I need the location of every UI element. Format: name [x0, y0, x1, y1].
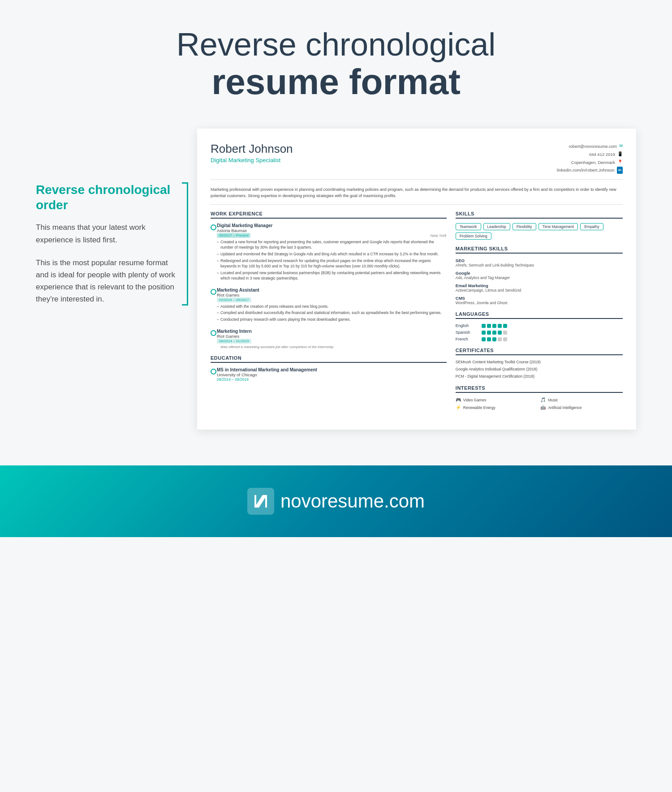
- date-badge-2: 02/2015 – 05/2017: [217, 297, 251, 302]
- interest-ai-label: Artificial Intelligence: [548, 405, 582, 410]
- bullet-2-3: Conducted primary research with users pl…: [217, 317, 447, 323]
- marketing-skills-section: MARKETING SKILLS SEO Ahrefs, Semrush and…: [456, 246, 623, 305]
- mskill-seo: SEO Ahrefs, Semrush and Link-building Te…: [456, 258, 623, 267]
- linkedin-icon: in: [617, 167, 623, 174]
- work-entry-1: Digital Marketing Manager Astoria Baumax…: [211, 223, 447, 281]
- certificates-section: CERTIFICATES SEMrush Content Marketing T…: [456, 348, 623, 379]
- bullet-1-1: Created a new format for reporting and p…: [217, 240, 447, 250]
- interests-grid: 🎮 Video Games 🎵 Music ⚡ Renewable Energy: [456, 397, 623, 410]
- dot: [482, 337, 486, 341]
- dot: [503, 324, 507, 328]
- languages-header: LANGUAGES: [456, 311, 623, 319]
- dot: [482, 331, 486, 335]
- mskill-cms-name: CMS: [456, 296, 623, 301]
- header-section: Reverse chronological resume format: [0, 0, 672, 120]
- interest-videogames-label: Video Games: [463, 398, 486, 402]
- date-row-1: 06/2017 – Present New York: [217, 233, 447, 238]
- bullet-2-1: Assisted with the creation of press rele…: [217, 304, 447, 310]
- mskill-google-name: Google: [456, 271, 623, 275]
- resume-body: WORK EXPERIENCE Digital Marketing Manage…: [211, 211, 623, 416]
- sidebar-heading: Reverse chronological order: [36, 182, 179, 212]
- dot: [487, 331, 491, 335]
- dot: [487, 324, 491, 328]
- renewable-icon: ⚡: [456, 405, 461, 410]
- contact-location-text: Copenhagen, Denmark: [571, 159, 615, 166]
- dot-empty: [503, 331, 507, 335]
- interest-ai: 🤖 Artificial Intelligence: [540, 405, 623, 410]
- resume-job-title: Digital Marketing Specialist: [211, 157, 293, 164]
- phone-icon: 📱: [617, 150, 623, 158]
- novoresume-logo-svg: [253, 493, 269, 509]
- date-badge-1: 06/2017 – Present: [217, 233, 250, 238]
- work-experience-section: WORK EXPERIENCE Digital Marketing Manage…: [211, 211, 447, 349]
- resume-header: Robert Johnson Digital Marketing Special…: [211, 142, 623, 180]
- resume-summary: Marketing professional with proven exper…: [211, 187, 623, 205]
- skill-empathy: Empathy: [580, 223, 603, 230]
- cert-1: SEMrush Content Marketing Toolkit Course…: [456, 360, 623, 365]
- certificates-header: CERTIFICATES: [456, 348, 623, 355]
- lang-english-name: English: [456, 323, 478, 328]
- skill-flexibility: Flexibility: [513, 223, 536, 230]
- skill-teamwork: Teamwork: [456, 223, 481, 230]
- footer-logo: novoresume.com: [247, 488, 425, 515]
- contact-email-text: robert@novoresume.com: [569, 142, 617, 150]
- location-icon: 📍: [617, 158, 623, 166]
- lang-english-dots: [482, 324, 507, 328]
- contact-linkedin-text: linkedin.com/in/robert.Johnson: [557, 166, 615, 174]
- cert-2: Google Analytics Individual Qualificatio…: [456, 367, 623, 372]
- videogames-icon: 🎮: [456, 397, 461, 402]
- header-title-light: Reverse chronological: [9, 27, 663, 62]
- dot: [498, 324, 502, 328]
- date-row-2: 02/2015 – 05/2017: [217, 297, 447, 302]
- bracket-line: [187, 182, 188, 305]
- mskill-email-detail: ActiveCampaign, Litmus and SendGrid: [456, 288, 623, 293]
- lang-french-dots: [482, 337, 507, 341]
- contact-phone-text: 044 412 2019: [589, 151, 615, 158]
- internship-note: Was offered a marketing assistant job af…: [217, 345, 447, 349]
- job-title-1: Digital Marketing Manager: [217, 223, 447, 228]
- edu-school-1: University of Chicago: [217, 372, 447, 377]
- location-1: New York: [431, 233, 447, 238]
- mskill-seo-name: SEO: [456, 258, 623, 263]
- mskill-google-detail: Ads, Analytics and Tag Manager: [456, 275, 623, 280]
- job-title-2: Marketing Assistant: [217, 288, 447, 293]
- lang-spanish: Spanish: [456, 330, 623, 335]
- resume-name: Robert Johnson: [211, 142, 293, 156]
- interest-renewable: ⚡ Renewable Energy: [456, 405, 538, 410]
- header-title-bold: resume format: [9, 62, 663, 102]
- edu-entry-1: MS in International Marketing and Manage…: [211, 367, 447, 382]
- resume-right-col: SKILLS Teamwork Leadership Flexibility T…: [456, 211, 623, 416]
- dot-empty: [498, 337, 502, 341]
- skills-section: SKILLS Teamwork Leadership Flexibility T…: [456, 211, 623, 240]
- skill-leadership: Leadership: [483, 223, 510, 230]
- date-row-3: 08/2014 – 01/2015: [217, 339, 447, 344]
- date-badge-3: 08/2014 – 01/2015: [217, 339, 251, 344]
- interest-renewable-label: Renewable Energy: [463, 405, 495, 410]
- interest-videogames: 🎮 Video Games: [456, 397, 538, 402]
- mskill-seo-detail: Ahrefs, Semrush and Link-building Techni…: [456, 263, 623, 267]
- footer-brand: novoresume.com: [280, 491, 425, 512]
- lang-spanish-dots: [482, 331, 507, 335]
- bracket-decoration: Reverse chronological order This means t…: [36, 182, 179, 305]
- bracket-bottom: [182, 304, 188, 306]
- resume-identity: Robert Johnson Digital Marketing Special…: [211, 142, 293, 164]
- mskill-email: Email Marketing ActiveCampaign, Litmus a…: [456, 283, 623, 293]
- email-icon: ✉: [619, 142, 623, 150]
- marketing-skills-header: MARKETING SKILLS: [456, 246, 623, 254]
- contact-location: Copenhagen, Denmark 📍: [557, 158, 623, 166]
- mskill-cms-detail: WordPress, Joomla and Ghost: [456, 301, 623, 305]
- footer-brand-name: novoresume: [280, 491, 384, 512]
- work-entry-2: Marketing Assistant Riot Games 02/2015 –…: [211, 288, 447, 323]
- sidebar-para2: This is the most popular resume format a…: [36, 257, 179, 306]
- bullet-2-2: Compiled and distributed successfully th…: [217, 310, 447, 316]
- mskill-google: Google Ads, Analytics and Tag Manager: [456, 271, 623, 280]
- work-experience-header: WORK EXPERIENCE: [211, 211, 447, 219]
- lang-english: English: [456, 323, 623, 328]
- sidebar-para1: This means that your latest work experie…: [36, 221, 179, 245]
- bullet-1-2: Updated and monitored the Bid Strategy i…: [217, 252, 447, 257]
- bracket-top: [182, 182, 188, 184]
- languages-section: LANGUAGES English Spanish: [456, 311, 623, 341]
- company-3: Riot Games: [217, 334, 447, 339]
- bullet-1-4: Located and proposed new potential busin…: [217, 271, 447, 281]
- contact-phone: 044 412 2019 📱: [557, 150, 623, 158]
